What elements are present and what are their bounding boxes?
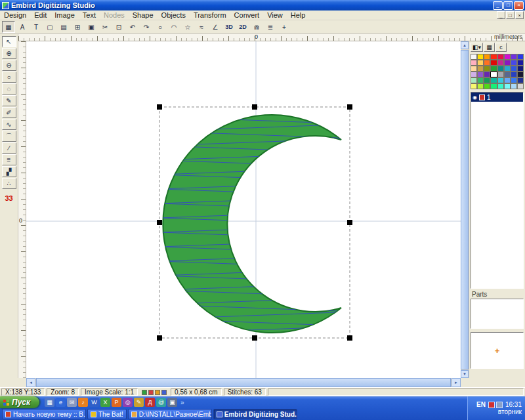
menu-item[interactable]: Objects: [158, 11, 190, 19]
selection-handle[interactable]: [252, 335, 257, 341]
palette-color-swatch[interactable]: [517, 54, 524, 60]
toolbar-button[interactable]: ⊞: [71, 21, 84, 33]
menu-item[interactable]: Convert: [230, 11, 264, 19]
palette-color-swatch[interactable]: [511, 72, 517, 77]
toolbar-button[interactable]: ✂: [98, 21, 112, 33]
palette-color-swatch[interactable]: [511, 66, 517, 72]
toolbar-button[interactable]: ○: [154, 21, 167, 33]
selection-handle[interactable]: [252, 104, 257, 110]
visibility-eye-icon[interactable]: ◉: [472, 94, 477, 100]
quicklaunch-icon[interactable]: W: [89, 398, 99, 407]
palette-color-swatch[interactable]: [497, 60, 504, 66]
toolbar-button[interactable]: ▦: [2, 21, 15, 33]
quicklaunch-icon[interactable]: ◎: [123, 398, 133, 407]
palette-color-swatch[interactable]: [471, 77, 477, 83]
maximize-button[interactable]: □: [503, 1, 513, 10]
drawing-tool-button[interactable]: ○: [2, 72, 16, 83]
palette-color-swatch[interactable]: [497, 72, 504, 77]
drawing-tool-button[interactable]: ⌒: [2, 131, 16, 142]
toolbar-button[interactable]: 3D: [222, 21, 236, 33]
toolbar-button[interactable]: ⋒: [250, 21, 263, 33]
palette-color-swatch[interactable]: [497, 77, 504, 83]
drawing-tool-button[interactable]: ∿: [2, 119, 16, 130]
mdi-restore-button[interactable]: □: [506, 11, 514, 19]
menu-item[interactable]: Nodes: [100, 11, 129, 19]
quicklaunch-chevron-icon[interactable]: »: [180, 399, 184, 406]
close-button[interactable]: ×: [514, 1, 524, 10]
palette-color-swatch[interactable]: [504, 66, 511, 72]
palette-color-swatch[interactable]: [484, 77, 490, 83]
horizontal-scrollbar[interactable]: ◄ ►: [26, 378, 461, 387]
drawing-tool-button[interactable]: ≡: [2, 154, 16, 165]
toolbar-button[interactable]: A: [16, 21, 29, 33]
palette-color-swatch[interactable]: [490, 83, 497, 89]
selection-handle[interactable]: [157, 335, 162, 341]
palette-color-swatch[interactable]: [517, 72, 524, 77]
status-mode-icon[interactable]: [148, 390, 154, 395]
menu-item[interactable]: Image: [51, 11, 79, 19]
palette-color-swatch[interactable]: [517, 66, 524, 72]
status-mode-icon[interactable]: [142, 390, 147, 395]
palette-color-swatch[interactable]: [490, 54, 497, 60]
palette-color-swatch[interactable]: [511, 54, 517, 60]
taskbar-task-button[interactable]: D:\INSTALL\Разное\Embird: [128, 409, 212, 419]
start-button[interactable]: Пуск: [0, 396, 39, 408]
palette-color-swatch[interactable]: [477, 72, 484, 77]
vertical-scrollbar[interactable]: ▲ ▼: [461, 41, 469, 378]
scroll-left-icon[interactable]: ◄: [26, 378, 35, 387]
palette-color-swatch[interactable]: [497, 66, 504, 72]
palette-color-swatch[interactable]: [504, 77, 511, 83]
clock-time[interactable]: 16:31: [505, 401, 522, 408]
menu-item[interactable]: Transform: [190, 11, 230, 19]
palette-color-swatch[interactable]: [517, 77, 524, 83]
mdi-minimize-button[interactable]: _: [497, 11, 505, 19]
quicklaunch-icon[interactable]: ▣: [167, 398, 177, 407]
menu-item[interactable]: Edit: [30, 11, 51, 19]
minimize-button[interactable]: _: [493, 1, 503, 10]
toolbar-button[interactable]: ↶: [126, 21, 139, 33]
palette-color-swatch[interactable]: [484, 54, 490, 60]
taskbar-task-button[interactable]: Embird Digitizing Stud...: [213, 409, 297, 419]
panel-toolbar-button[interactable]: ▦: [484, 43, 495, 52]
palette-color-swatch[interactable]: [490, 72, 497, 77]
selection-handle[interactable]: [347, 335, 352, 341]
scroll-up-icon[interactable]: ▲: [461, 41, 469, 49]
palette-color-swatch[interactable]: [511, 83, 517, 89]
palette-color-swatch[interactable]: [477, 83, 484, 89]
palette-color-swatch[interactable]: [471, 72, 477, 77]
quicklaunch-icon[interactable]: @: [156, 398, 166, 407]
toolbar-button[interactable]: ▢: [43, 21, 56, 33]
quicklaunch-icon[interactable]: e: [56, 398, 66, 407]
scroll-down-icon[interactable]: ▼: [461, 370, 469, 378]
panel-toolbar-button[interactable]: c: [495, 43, 507, 52]
quicklaunch-icon[interactable]: ✉: [67, 398, 77, 407]
palette-color-swatch[interactable]: [511, 77, 517, 83]
vertical-scroll-thumb[interactable]: [461, 50, 469, 369]
language-indicator[interactable]: EN: [476, 401, 486, 408]
toolbar-button[interactable]: T: [30, 21, 43, 33]
palette-color-swatch[interactable]: [484, 60, 490, 66]
panel-toolbar-button[interactable]: ◧▾: [471, 43, 483, 52]
object-list-item[interactable]: ◉ 1: [471, 93, 523, 102]
drawing-tool-button[interactable]: ∴: [2, 178, 16, 189]
palette-color-swatch[interactable]: [504, 54, 511, 60]
quicklaunch-icon[interactable]: Д: [145, 398, 155, 407]
drawing-tool-button[interactable]: ▞: [2, 166, 16, 177]
toolbar-button[interactable]: ▣: [85, 21, 98, 33]
quicklaunch-icon[interactable]: P: [112, 398, 121, 407]
status-mode-icon[interactable]: [161, 390, 167, 395]
palette-color-swatch[interactable]: [471, 60, 477, 66]
menu-item[interactable]: Help: [287, 11, 310, 19]
quicklaunch-icon[interactable]: ✎: [134, 398, 144, 407]
taskbar-task-button[interactable]: Начать новую тему :: B...: [2, 409, 86, 419]
toolbar-button[interactable]: ∠: [209, 21, 222, 33]
design-canvas[interactable]: [26, 41, 461, 378]
toolbar-button[interactable]: +: [278, 21, 291, 33]
quicklaunch-icon[interactable]: X: [100, 398, 110, 407]
toolbar-button[interactable]: ◠: [167, 21, 180, 33]
palette-color-swatch[interactable]: [490, 60, 497, 66]
drawing-tool-button[interactable]: ◌: [2, 83, 16, 94]
palette-color-swatch[interactable]: [504, 60, 511, 66]
palette-color-swatch[interactable]: [477, 54, 484, 60]
palette-color-swatch[interactable]: [471, 83, 477, 89]
